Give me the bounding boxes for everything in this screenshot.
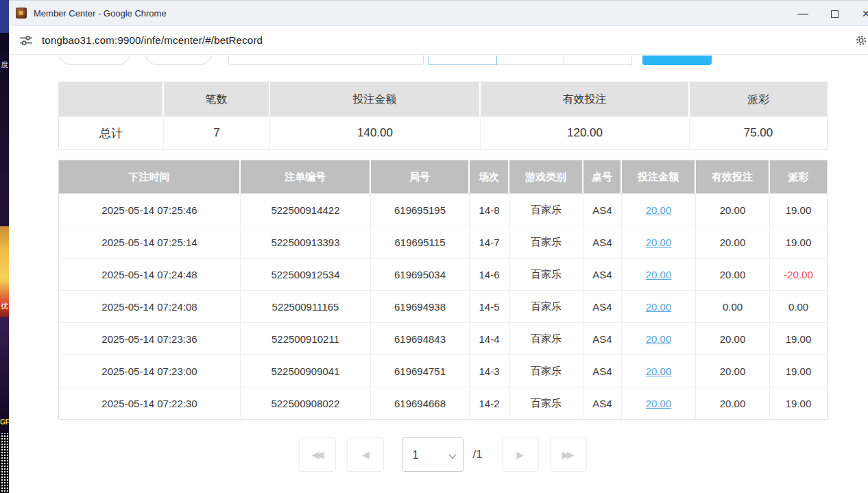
cell-table-no: AS4 (583, 387, 622, 419)
segment-option-3[interactable] (564, 56, 632, 65)
cell-game-type: 百家乐 (509, 291, 583, 322)
summary-total-row: 总计 7 140.00 120.00 75.00 (59, 117, 827, 149)
last-page-button[interactable]: ▶▶ (550, 437, 587, 472)
bet-amount-link[interactable]: 20.00 (646, 398, 672, 409)
bet-amount-link[interactable]: 20.00 (646, 269, 672, 280)
cell-table-no: AS4 (583, 258, 622, 290)
cell-valid-bet: 0.00 (696, 291, 770, 322)
minimize-icon[interactable]: — (787, 1, 819, 27)
cell-game-type: 百家乐 (509, 194, 583, 226)
bet-amount-link[interactable]: 20.00 (646, 365, 672, 377)
cell-table-no: AS4 (583, 194, 622, 226)
site-favicon-icon (16, 8, 27, 19)
header-round-no: 局号 (371, 160, 470, 193)
cell-table-no: AS4 (583, 226, 622, 258)
prev-page-button[interactable]: ◀ (347, 437, 384, 472)
cell-session: 14-4 (470, 323, 509, 354)
segment-option-1[interactable] (429, 56, 497, 65)
cell-order-no: 522500908022 (241, 387, 371, 419)
cell-bet-amount: 20.00 (622, 387, 696, 419)
cell-round-no: 619694668 (371, 387, 470, 419)
table-row: 2025-05-14 07:24:48 522500912534 6196950… (59, 258, 827, 290)
cell-round-no: 619694751 (371, 355, 470, 387)
summary-header-payout: 派彩 (690, 82, 827, 117)
next-page-button[interactable]: ▶ (502, 437, 539, 472)
segment-option-2[interactable] (496, 56, 565, 65)
payout-value: 0.00 (788, 301, 808, 313)
cell-order-no: 522500909041 (241, 355, 371, 387)
search-button[interactable] (642, 56, 712, 65)
cell-payout: 19.00 (770, 226, 827, 258)
bet-amount-link[interactable]: 20.00 (646, 237, 672, 248)
summary-total-count: 7 (164, 117, 270, 149)
cell-payout: 19.00 (770, 323, 827, 354)
header-payout: 派彩 (770, 160, 827, 193)
cell-session: 14-5 (470, 291, 509, 322)
url-text[interactable]: tongbao31.com:9900/infe/mcenter/#/betRec… (42, 34, 263, 46)
table-row: 2025-05-14 07:22:30 522500908022 6196946… (59, 387, 827, 419)
cell-bet-time: 2025-05-14 07:23:00 (59, 355, 241, 387)
pagination: ◀◀ ◀ 1 /1 ▶ ▶▶ (58, 437, 828, 472)
table-header-row: 下注时间 注单编号 局号 场次 游戏类别 桌号 投注金额 有效投注 派彩 (59, 160, 827, 193)
cell-session: 14-6 (470, 258, 509, 290)
summary-total-bet-amount: 140.00 (270, 117, 481, 149)
filter-button-1[interactable] (58, 56, 131, 65)
cell-order-no: 522500912534 (241, 258, 371, 290)
gear-icon[interactable] (855, 34, 867, 47)
date-range-input[interactable] (228, 56, 424, 65)
cell-bet-amount: 20.00 (622, 355, 696, 387)
cell-order-no: 522500910211 (241, 323, 371, 354)
cell-payout: 19.00 (770, 194, 827, 226)
summary-header-valid-bet: 有效投注 (481, 82, 690, 117)
bet-amount-link[interactable]: 20.00 (646, 204, 672, 216)
payout-value: 19.00 (786, 237, 812, 248)
bet-record-table: 下注时间 注单编号 局号 场次 游戏类别 桌号 投注金额 有效投注 派彩 202… (58, 160, 828, 420)
payout-value: 19.00 (786, 365, 812, 377)
cell-payout: 0.00 (770, 291, 827, 322)
payout-value: -20.00 (784, 269, 813, 280)
cell-bet-time: 2025-05-14 07:24:48 (59, 258, 241, 290)
cell-bet-time: 2025-05-14 07:23:36 (59, 323, 241, 354)
cell-order-no: 522500914422 (241, 194, 371, 226)
filter-button-2[interactable] (144, 56, 213, 65)
cell-valid-bet: 20.00 (696, 258, 770, 290)
cell-game-type: 百家乐 (509, 258, 583, 290)
window-title: Member Center - Google Chrome (34, 8, 167, 19)
payout-value: 19.00 (786, 204, 812, 216)
cell-valid-bet: 20.00 (696, 226, 770, 258)
table-row: 2025-05-14 07:25:46 522500914422 6196951… (59, 193, 827, 226)
table-row: 2025-05-14 07:24:08 522500911165 6196949… (59, 290, 827, 322)
cell-game-type: 百家乐 (509, 355, 583, 387)
table-row: 2025-05-14 07:23:00 522500909041 6196947… (59, 354, 827, 387)
cell-bet-amount: 20.00 (622, 226, 696, 258)
cell-round-no: 619695115 (371, 226, 470, 258)
first-page-button[interactable]: ◀◀ (299, 437, 336, 472)
cell-round-no: 619694843 (371, 323, 470, 354)
filter-toolbar (58, 56, 828, 65)
window-controls: — × (787, 1, 868, 27)
table-row: 2025-05-14 07:23:36 522500910211 6196948… (59, 322, 827, 354)
page-select-wrap: 1 (402, 437, 464, 472)
tune-icon[interactable] (19, 33, 34, 48)
cell-payout: -20.00 (770, 258, 827, 290)
bet-amount-link[interactable]: 20.00 (646, 301, 672, 313)
browser-window: Member Center - Google Chrome — × tongba… (9, 0, 868, 493)
cell-table-no: AS4 (583, 323, 622, 354)
cell-bet-amount: 20.00 (622, 194, 696, 226)
cell-bet-time: 2025-05-14 07:22:30 (59, 387, 241, 419)
summary-total-label: 总计 (59, 117, 164, 149)
header-session: 场次 (470, 160, 509, 193)
page-select[interactable]: 1 (402, 438, 463, 471)
summary-header-bet-amount: 投注金额 (270, 82, 481, 117)
summary-header-row: 笔数 投注金额 有效投注 派彩 (59, 82, 827, 117)
close-icon[interactable]: × (850, 1, 868, 27)
cell-payout: 19.00 (770, 387, 827, 419)
cell-valid-bet: 20.00 (696, 355, 770, 387)
cell-bet-time: 2025-05-14 07:24:08 (59, 291, 241, 322)
maximize-icon[interactable] (819, 1, 850, 27)
cell-round-no: 619695195 (371, 194, 470, 226)
cell-bet-amount: 20.00 (622, 323, 696, 354)
bet-amount-link[interactable]: 20.00 (646, 333, 672, 345)
desktop-text-fragment: 优 (0, 300, 9, 311)
screen: 度 优 GF Member Center - Google Chrome — × (0, 0, 868, 493)
